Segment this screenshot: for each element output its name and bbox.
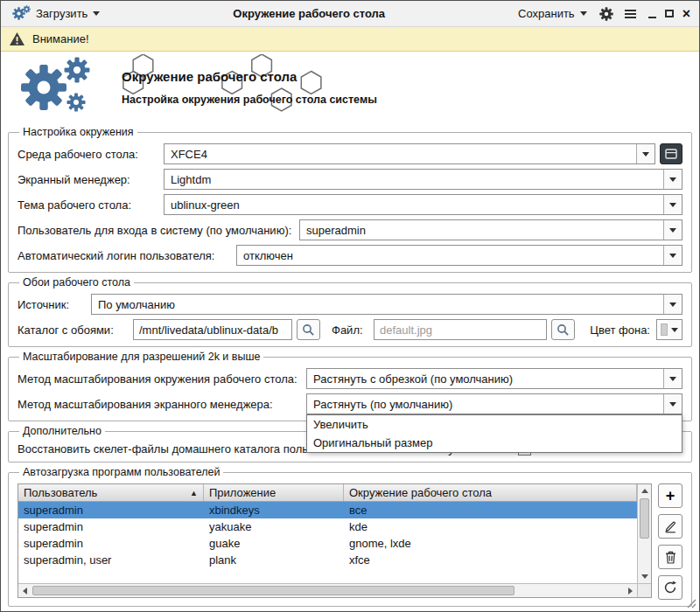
combo-arrow-button[interactable] <box>668 320 682 339</box>
desktop-environment-row: Среда рабочего стола: XFCE4 <box>18 143 682 164</box>
autostart-group: Автозагрузка программ пользователей Поль… <box>8 466 692 607</box>
wallpaper-file-input[interactable] <box>374 319 547 340</box>
dm-scaling-select[interactable]: Растянуть (по умолчанию) <box>306 393 682 414</box>
default-login-user-label: Пользователь для входа в систему (по умо… <box>18 224 299 237</box>
scroll-right-arrow[interactable] <box>624 584 637 597</box>
auto-login-select[interactable]: отключен <box>236 245 682 266</box>
scroll-left-arrow[interactable] <box>18 584 32 597</box>
chevron-down-icon <box>669 303 676 307</box>
window-title: Окружение рабочего стола <box>109 7 508 20</box>
default-login-user-select[interactable]: superadmin <box>299 219 682 240</box>
desktop-theme-select[interactable]: ublinux-green <box>164 194 682 215</box>
page-title: Окружение рабочего стола <box>122 69 377 84</box>
desktop-theme-row: Тема рабочего стола: ublinux-green <box>18 194 682 215</box>
warning-icon <box>9 31 25 46</box>
chevron-down-icon <box>669 377 676 381</box>
chevron-down-icon <box>669 177 676 182</box>
background-color-select[interactable] <box>656 319 682 340</box>
default-login-user-row: Пользователь для входа в систему (по умо… <box>18 219 682 240</box>
column-header-user[interactable]: Пользователь ▲ <box>18 484 204 501</box>
combo-arrow-button[interactable] <box>663 246 682 265</box>
combo-arrow-button[interactable] <box>636 144 654 163</box>
page-subtitle: Настройка окружения рабочего стола систе… <box>122 94 377 106</box>
display-manager-row: Экранный менеджер: Lightdm <box>18 169 682 190</box>
browse-directory-button[interactable] <box>297 319 320 340</box>
horizontal-scroll-thumb[interactable] <box>32 586 514 595</box>
maximize-button[interactable] <box>665 10 674 17</box>
table-row[interactable]: superadmin guake gnome, lxde <box>18 535 637 552</box>
display-manager-label: Экранный менеджер: <box>18 173 164 186</box>
horizontal-scrollbar[interactable] <box>18 583 637 597</box>
trash-icon <box>665 551 676 564</box>
desktop-theme-label: Тема рабочего стола: <box>18 198 164 212</box>
chevron-down-icon <box>669 203 676 207</box>
dm-scaling-row: Метод масштабирования экранного менеджер… <box>18 393 682 414</box>
color-swatch <box>661 323 668 336</box>
selected-value: Растянуть с обрезкой (по умолчанию) <box>307 369 663 388</box>
scaling-legend: Масштабирование для разрешений 2k и выше <box>19 351 263 363</box>
display-manager-select[interactable]: Lightdm <box>164 169 682 190</box>
save-button[interactable]: Сохранить <box>515 5 590 22</box>
wallpaper-source-row: Источник: По умолчанию <box>18 294 682 315</box>
desktop-scaling-row: Метод масштабирования окружения рабочего… <box>18 368 682 389</box>
combo-arrow-button[interactable] <box>663 295 682 314</box>
settings-button[interactable] <box>597 5 616 23</box>
plus-icon: + <box>666 487 676 505</box>
combo-arrow-button[interactable] <box>663 369 682 388</box>
chevron-down-icon <box>642 152 649 156</box>
add-entry-button[interactable]: + <box>658 483 682 508</box>
chevron-down-icon <box>669 402 676 407</box>
selected-value: отключен <box>237 246 663 265</box>
combo-arrow-button[interactable] <box>663 170 682 189</box>
auto-login-label: Автоматический логин пользователя: <box>18 249 236 262</box>
refresh-button[interactable] <box>658 575 682 600</box>
column-header-app[interactable]: Приложение <box>204 484 344 501</box>
dropdown-option-original[interactable]: Оригинальный размер <box>307 434 682 452</box>
combo-arrow-button[interactable] <box>663 394 682 414</box>
edit-entry-button[interactable] <box>658 514 682 539</box>
load-button-label: Загрузить <box>36 7 88 20</box>
dropdown-option-zoom[interactable]: Увеличить <box>307 415 682 434</box>
search-icon <box>302 323 315 337</box>
scroll-down-arrow[interactable] <box>638 570 651 583</box>
vertical-scroll-thumb[interactable] <box>640 498 649 539</box>
resize-grip[interactable] <box>685 597 696 609</box>
column-header-env[interactable]: Окружение рабочего стола <box>344 484 637 501</box>
desktop-scaling-select[interactable]: Растянуть с обрезкой (по умолчанию) <box>306 368 682 389</box>
close-button[interactable]: × <box>682 7 690 21</box>
environment-settings-legend: Настройка окружения <box>19 126 137 138</box>
selected-value: Растянуть (по умолчанию) <box>307 394 663 414</box>
environment-settings-group: Настройка окружения Среда рабочего стола… <box>8 126 692 273</box>
gear-icon <box>599 7 613 21</box>
scrollbar-corner <box>637 583 651 597</box>
combo-arrow-button[interactable] <box>663 195 682 214</box>
chevron-down-icon <box>669 254 676 258</box>
search-icon <box>556 323 570 337</box>
wallpaper-directory-label: Каталог с обоями: <box>18 323 133 337</box>
warning-text: Внимание! <box>32 32 89 45</box>
wallpaper-directory-input[interactable] <box>133 319 292 340</box>
scroll-up-arrow[interactable] <box>638 484 651 497</box>
selected-value: superadmin <box>300 220 663 240</box>
desktop-environment-label: Среда рабочего стола: <box>18 148 164 161</box>
selected-value: По умолчанию <box>92 295 663 314</box>
delete-entry-button[interactable] <box>658 545 682 569</box>
combo-arrow-button[interactable] <box>663 220 682 240</box>
vertical-scrollbar[interactable] <box>637 484 651 583</box>
table-row[interactable]: superadmin xbindkeys все <box>18 502 637 518</box>
desktop-scaling-label: Метод масштабирования окружения рабочего… <box>18 372 306 386</box>
environment-manager-button[interactable] <box>660 143 682 164</box>
save-button-label: Сохранить <box>518 7 575 20</box>
dm-scaling-dropdown-list: Увеличить Оригинальный размер <box>306 414 682 453</box>
minimize-button[interactable] <box>648 17 656 18</box>
table-row[interactable]: superadmin yakuake kde <box>18 518 637 535</box>
menu-button[interactable] <box>623 7 638 21</box>
browse-file-button[interactable] <box>551 319 575 340</box>
load-button[interactable]: Загрузить <box>10 3 102 24</box>
desktop-environment-select[interactable]: XFCE4 <box>164 143 655 164</box>
wallpaper-legend: Обои рабочего стола <box>19 276 134 289</box>
wallpaper-source-select[interactable]: По умолчанию <box>91 294 682 315</box>
chevron-down-icon <box>93 11 100 16</box>
table-row[interactable]: superadmin, user plank xfce <box>18 552 637 568</box>
chevron-down-icon <box>669 228 676 233</box>
